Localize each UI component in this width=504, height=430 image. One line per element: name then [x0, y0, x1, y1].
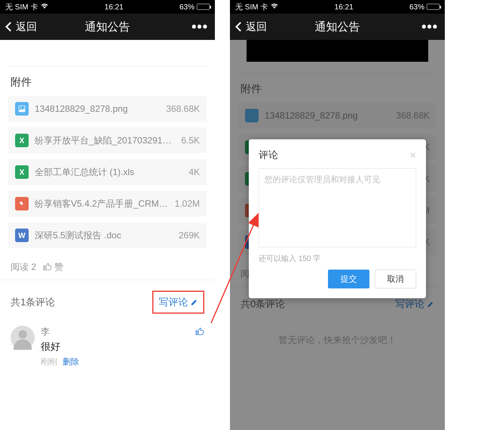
- back-button[interactable]: 返回: [237, 20, 267, 34]
- content-area: 附件 1348128829_8278.png 368.68K X 纷享开放平台_…: [0, 40, 215, 375]
- comment-text: 很好: [41, 340, 189, 353]
- battery-pct: 63%: [409, 3, 424, 11]
- file-name: 1348128829_8278.png: [35, 104, 160, 114]
- like-label: 赞: [54, 261, 63, 273]
- attachment-item[interactable]: W 深研5.5测试报告 .doc 269K: [8, 223, 207, 248]
- image-file-icon: [15, 102, 29, 116]
- nav-bar: 返回 通知公告 •••: [230, 14, 445, 40]
- modal-title: 评论: [259, 148, 278, 162]
- battery-icon: [427, 4, 440, 10]
- nav-bar: 返回 通知公告 •••: [0, 14, 215, 40]
- file-name: 深研5.5测试报告 .doc: [35, 229, 173, 241]
- stats-bar: 阅读 2 赞: [0, 254, 215, 280]
- attachment-item[interactable]: 1348128829_8278.png 368.68K: [8, 96, 207, 122]
- carrier-label: 无 SIM 卡: [235, 2, 268, 12]
- chevron-left-icon: [5, 22, 15, 31]
- page-title: 通知公告: [315, 19, 360, 35]
- back-button[interactable]: 返回: [7, 20, 37, 34]
- phone-screen-left: 无 SIM 卡 16:21 63% 返回 通知公告 ••• 附件 1348128…: [0, 0, 215, 430]
- read-count: 阅读 2: [11, 261, 36, 273]
- battery-icon: [197, 4, 210, 10]
- write-comment-button[interactable]: 写评论: [152, 291, 204, 314]
- write-comment-label: 写评论: [159, 296, 188, 309]
- comment-time: 刚刚: [41, 356, 57, 367]
- phone-screen-right: 无 SIM 卡 16:21 63% 返回 通知公告 ••• 附件 1348128…: [230, 0, 445, 430]
- pdf-file-icon: [15, 197, 29, 210]
- status-bar: 无 SIM 卡 16:21 63%: [0, 0, 215, 14]
- comment-author: 李: [41, 326, 189, 338]
- battery-pct: 63%: [179, 3, 195, 11]
- status-bar: 无 SIM 卡 16:21 63%: [230, 0, 445, 14]
- close-icon[interactable]: ×: [409, 149, 416, 161]
- file-size: 6.5K: [181, 135, 200, 146]
- wifi-icon: [40, 3, 49, 11]
- char-counter: 还可以输入 150 字: [259, 253, 416, 264]
- wifi-icon: [270, 3, 279, 11]
- back-label: 返回: [246, 20, 267, 34]
- file-name: 纷享销客V5.4.2产品手册_CRM.pdf: [35, 198, 169, 210]
- comment-item: 李 很好 刚刚 删除: [0, 322, 215, 375]
- file-name: 全部工单汇总统计 (1).xls: [35, 166, 183, 178]
- excel-file-icon: X: [15, 165, 29, 179]
- thumb-up-icon: [195, 327, 204, 336]
- file-size: 368.68K: [166, 104, 200, 114]
- avatar: [11, 326, 35, 350]
- comment-modal: 评论 × 还可以输入 150 字 提交 取消: [249, 139, 426, 298]
- attachment-item[interactable]: X 纷享开放平台_缺陷_20170329104101.... 6.5K: [8, 128, 207, 153]
- comment-delete-button[interactable]: 删除: [63, 356, 79, 367]
- like-button[interactable]: 赞: [43, 261, 63, 273]
- chevron-left-icon: [235, 22, 245, 31]
- file-size: 1.02M: [175, 198, 200, 209]
- clock: 16:21: [334, 3, 353, 11]
- comments-count: 共1条评论: [11, 296, 55, 309]
- attachment-item[interactable]: X 全部工单汇总统计 (1).xls 4K: [8, 159, 207, 185]
- pencil-icon: [190, 299, 198, 306]
- comment-like-button[interactable]: [195, 327, 204, 338]
- attachments-label: 附件: [0, 67, 215, 96]
- more-button[interactable]: •••: [191, 19, 208, 35]
- cancel-button[interactable]: 取消: [375, 270, 416, 288]
- file-name: 纷享开放平台_缺陷_20170329104101....: [35, 134, 175, 146]
- attachment-item[interactable]: 纷享销客V5.4.2产品手册_CRM.pdf 1.02M: [8, 191, 207, 217]
- comment-textarea[interactable]: [259, 168, 416, 247]
- excel-file-icon: X: [15, 134, 29, 147]
- carrier-label: 无 SIM 卡: [5, 2, 38, 12]
- clock: 16:21: [104, 3, 123, 11]
- thumb-up-icon: [43, 262, 52, 271]
- back-label: 返回: [16, 20, 37, 34]
- more-button[interactable]: •••: [421, 19, 438, 35]
- comments-header: 共1条评论 写评论: [0, 280, 215, 322]
- page-title: 通知公告: [85, 19, 130, 35]
- file-size: 4K: [189, 167, 200, 177]
- word-file-icon: W: [15, 229, 29, 242]
- svg-point-1: [20, 107, 21, 108]
- file-size: 269K: [179, 230, 200, 241]
- submit-button[interactable]: 提交: [328, 270, 369, 288]
- attachment-list: 1348128829_8278.png 368.68K X 纷享开放平台_缺陷_…: [0, 96, 215, 248]
